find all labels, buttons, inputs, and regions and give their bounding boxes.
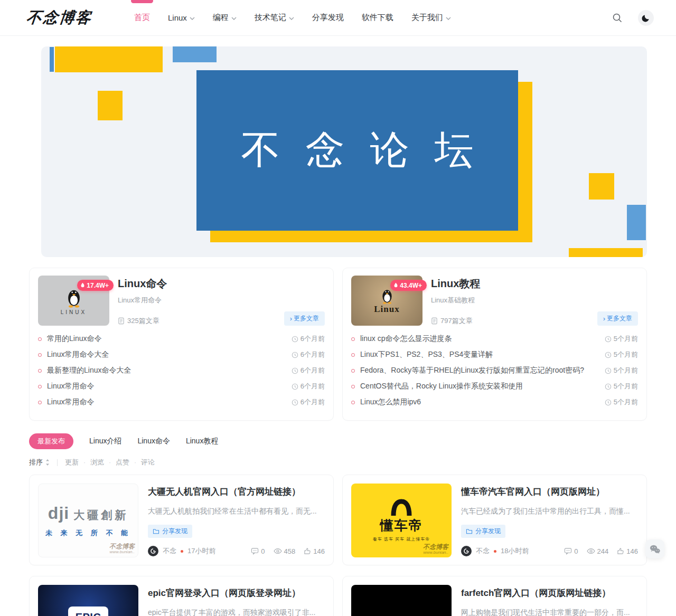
post-thumbnail-farfetch[interactable]: FARFETCH bbox=[351, 585, 452, 616]
post-thumbnail-epic[interactable]: EPIC GAMES bbox=[38, 585, 138, 616]
post-excerpt: 大疆无人机航拍我们经常在生活中都有看见，而无... bbox=[148, 507, 325, 516]
collection-thumbnail[interactable]: Linux 43.4W+ bbox=[351, 276, 422, 326]
likes-stat: 146 bbox=[304, 547, 325, 555]
tab-linux-intro[interactable]: Linux介绍 bbox=[89, 437, 121, 446]
bullet-ring-icon bbox=[351, 385, 355, 388]
post-title[interactable]: 懂车帝汽车官网入口（网页版网址） bbox=[461, 486, 638, 498]
site-header: 不念博客 首页 Linux 编程 技术笔记 分享发现 软件下载 bbox=[0, 0, 676, 36]
nav-item-coding[interactable]: 编程 bbox=[213, 0, 237, 36]
hot-badge-value: 17.4W+ bbox=[87, 282, 109, 289]
nav-item-downloads[interactable]: 软件下载 bbox=[362, 0, 393, 36]
views-stat: 244 bbox=[587, 547, 609, 555]
post-stats: 0 458 146 bbox=[251, 547, 325, 555]
category-tabs: 最新发布 Linux介绍 Linux命令 Linux教程 bbox=[29, 433, 647, 449]
banner-title: 不念论坛 bbox=[216, 124, 499, 177]
post-excerpt: epic平台提供了丰富的游戏，而独家游戏吸引了非... bbox=[148, 608, 325, 616]
nav-item-share[interactable]: 分享发现 bbox=[312, 0, 344, 36]
post-title[interactable]: 大疆无人机官网入口（官方网址链接） bbox=[148, 486, 325, 498]
article-list-item[interactable]: CentOS替代品，Rocky Linux操作系统安装和使用 5个月前 bbox=[351, 378, 638, 394]
banner-main-panel: 不念论坛 bbox=[196, 70, 518, 231]
article-time: 6个月前 bbox=[292, 382, 325, 391]
thumb-up-icon bbox=[617, 547, 624, 555]
article-list-item[interactable]: linux cp命令怎么显示进度条 5个月前 bbox=[351, 331, 638, 347]
collection-article-list: linux cp命令怎么显示进度条 5个月前 Linux下PS1、PS2、PS3… bbox=[351, 331, 638, 410]
deco-blue-bar bbox=[50, 47, 54, 72]
post-category-tag[interactable]: 分享发现 bbox=[461, 525, 505, 538]
active-nav-indicator bbox=[131, 0, 153, 3]
article-list-item[interactable]: Linux常用命令大全 6个月前 bbox=[38, 347, 325, 363]
post-title[interactable]: epic官网登录入口（网页版登录网址） bbox=[148, 587, 325, 599]
post-card[interactable]: 懂车帝 看车 选车 买车 就上懂车帝 不念博客 www.bunian.. 懂车帝… bbox=[342, 475, 647, 565]
nav-label: Linux bbox=[168, 13, 187, 22]
dark-mode-toggle[interactable] bbox=[638, 10, 654, 26]
article-list-item[interactable]: Linux常用命令 6个月前 bbox=[38, 378, 325, 394]
collection-title[interactable]: Linux命令 bbox=[118, 277, 325, 291]
article-time: 6个月前 bbox=[292, 334, 325, 344]
site-logo[interactable]: 不念博客 bbox=[25, 7, 93, 29]
collection-title[interactable]: Linux教程 bbox=[431, 277, 638, 291]
sort-option-views[interactable]: 浏览 bbox=[90, 458, 104, 467]
tab-linux-tutorials[interactable]: Linux教程 bbox=[186, 437, 218, 446]
collection-thumbnail[interactable]: LINUX 17.4W+ bbox=[38, 276, 109, 326]
post-card[interactable]: dji 大疆創新 未 来 无 所 不 能 不念博客 www.bunian.. 大… bbox=[29, 475, 334, 565]
comments-stat: 0 bbox=[251, 547, 265, 555]
post-card[interactable]: FARFETCH farfetch官网入口（网页版网址链接） 网上购物是我们现代… bbox=[342, 576, 647, 616]
dji-slogan: 未 来 无 所 不 能 bbox=[45, 528, 131, 538]
post-category-tag[interactable]: 分享发现 bbox=[148, 525, 192, 538]
nav-item-tech-notes[interactable]: 技术笔记 bbox=[255, 0, 294, 36]
post-thumbnail-dongchedi[interactable]: 懂车帝 看车 选车 买车 就上懂车帝 不念博客 www.bunian.. bbox=[351, 484, 452, 557]
page: 不念博客 首页 Linux 编程 技术笔记 分享发现 软件下载 bbox=[0, 0, 676, 616]
article-list-item[interactable]: Fedora、Rocky等基于RHEL的Linux发行版如何重置忘记的root密… bbox=[351, 363, 638, 378]
bullet-ring-icon bbox=[38, 385, 42, 388]
post-author[interactable]: 不念 bbox=[163, 546, 176, 556]
thumbnail-caption: Linux bbox=[374, 304, 399, 315]
article-time: 5个月前 bbox=[605, 366, 638, 375]
article-title: Linux常用命令大全 bbox=[47, 350, 285, 359]
tab-latest[interactable]: 最新发布 bbox=[29, 433, 73, 449]
post-thumbnail-dji[interactable]: dji 大疆創新 未 来 无 所 不 能 不念博客 www.bunian.. bbox=[38, 484, 138, 557]
post-author[interactable]: 不念 bbox=[476, 546, 490, 556]
folder-icon bbox=[153, 528, 159, 534]
article-list-item[interactable]: Linux下PS1、PS2、PS3、PS4变量详解 5个月前 bbox=[351, 347, 638, 363]
folder-icon bbox=[466, 528, 473, 534]
clock-icon bbox=[292, 336, 298, 343]
eye-icon bbox=[587, 548, 595, 554]
search-icon[interactable] bbox=[612, 13, 622, 23]
hero-banner[interactable]: 不念论坛 bbox=[29, 46, 647, 257]
article-list-item[interactable]: Linux怎么禁用ipv6 5个月前 bbox=[351, 394, 638, 410]
clock-icon bbox=[605, 336, 612, 343]
nav-item-about[interactable]: 关于我们 bbox=[411, 0, 451, 36]
sort-option-likes[interactable]: 点赞 bbox=[116, 458, 129, 467]
post-card[interactable]: EPIC GAMES epic官网登录入口（网页版登录网址） epic平台提供了… bbox=[29, 576, 334, 616]
post-time: 17小时前 bbox=[187, 546, 215, 556]
post-title[interactable]: farfetch官网入口（网页版网址链接） bbox=[461, 587, 638, 599]
article-count: 797篇文章 bbox=[431, 316, 473, 326]
deco-blue-rect bbox=[173, 46, 217, 62]
sort-option-update[interactable]: 更新 bbox=[65, 458, 79, 467]
more-articles-button[interactable]: › 更多文章 bbox=[284, 311, 325, 326]
wechat-float-button[interactable] bbox=[645, 539, 664, 558]
article-list-item[interactable]: Linux常用命令 6个月前 bbox=[38, 394, 325, 410]
comment-icon bbox=[251, 547, 259, 555]
dot-separator: · bbox=[83, 459, 86, 466]
sort-bar: 排序 更新 · 浏览 · 点赞 · 评论 bbox=[29, 458, 647, 467]
article-list-item[interactable]: 最新整理的Linux命令大全 6个月前 bbox=[38, 363, 325, 378]
sort-option-comments[interactable]: 评论 bbox=[141, 458, 155, 467]
article-count-value: 797篇文章 bbox=[440, 316, 473, 326]
article-list-item[interactable]: 常用的Linux命令 6个月前 bbox=[38, 331, 325, 347]
sort-label[interactable]: 排序 bbox=[29, 458, 50, 467]
tab-linux-commands[interactable]: Linux命令 bbox=[137, 437, 170, 446]
main-nav: 首页 Linux 编程 技术笔记 分享发现 软件下载 关于我们 bbox=[134, 0, 451, 36]
article-time: 6个月前 bbox=[292, 350, 325, 359]
nav-item-home[interactable]: 首页 bbox=[134, 0, 150, 36]
post-list: dji 大疆創新 未 来 无 所 不 能 不念博客 www.bunian.. 大… bbox=[29, 475, 647, 616]
article-title: Linux常用命令 bbox=[47, 397, 285, 407]
more-articles-button[interactable]: › 更多文章 bbox=[597, 311, 638, 326]
flame-icon bbox=[80, 282, 85, 288]
chevron-right-icon: › bbox=[290, 315, 292, 322]
hot-badge: 17.4W+ bbox=[77, 280, 114, 291]
bullet-ring-icon bbox=[38, 401, 42, 404]
post-body: epic官网登录入口（网页版登录网址） epic平台提供了丰富的游戏，而独家游戏… bbox=[148, 585, 325, 616]
nav-item-linux[interactable]: Linux bbox=[168, 0, 195, 36]
divider bbox=[57, 459, 58, 466]
